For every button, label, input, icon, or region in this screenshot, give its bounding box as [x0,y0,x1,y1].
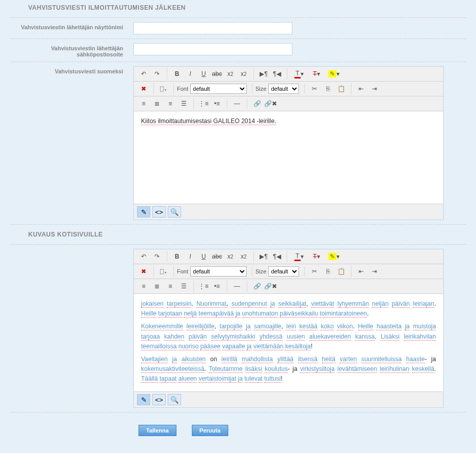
align-justify-button[interactable]: ☰ [177,281,190,292]
ordered-list-button[interactable]: ⋮≡ [197,98,210,109]
unordered-list-button[interactable]: •≡ [211,98,223,109]
italic-button[interactable]: I [184,251,196,262]
font-select[interactable]: default [190,84,247,94]
unlink-button[interactable]: 🔗✖ [264,98,276,109]
redo-button[interactable]: ↷ [151,68,163,80]
underline-button[interactable]: U [197,251,210,262]
sender-email-input[interactable] [133,43,292,55]
form-button-row: Tallenna Peruuta [10,415,466,446]
paste-button[interactable]: 📋 [335,266,347,277]
outdent-button[interactable]: ⇤ [355,83,367,94]
ordered-list-button[interactable]: ⋮≡ [197,281,210,292]
italic-button[interactable]: I [184,68,196,80]
cut-button[interactable]: ✂ [308,266,321,277]
paste-button[interactable]: 📋 [335,83,347,94]
strikethrough-button[interactable]: abc [211,251,223,262]
align-center-button[interactable]: ≣ [151,281,163,292]
editor-toolbar-row1: ↶ ↷ B I U abc x2 x2 ▶¶ ¶◀ [134,67,443,82]
undo-button[interactable]: ↶ [137,251,150,262]
desc-para-3: Vaeltajien ja aikuisten on leirillä mahd… [141,354,436,384]
rich-text-editor-confirm: ↶ ↷ B I U abc x2 x2 ▶¶ ¶◀ [133,66,444,220]
divider [10,244,466,245]
undo-button[interactable]: ↶ [137,68,150,80]
bold-button[interactable]: B [171,68,183,80]
font-select[interactable]: default [190,266,247,277]
desc-para-1: jokaisen tarpeisiin. Nuorimmat, sudenpen… [141,299,436,319]
html-mode-button[interactable]: <> [152,394,166,405]
preview-mode-button[interactable]: 🔍 [168,394,181,405]
html-mode-button[interactable]: <> [152,206,166,218]
link-button[interactable]: 🔗 [251,281,263,292]
editor2-toolbar-row1: ↶ ↷ B I U abc x2 x2 ▶¶ ¶◀ [134,249,443,264]
subscript-button[interactable]: x2 [224,68,236,80]
editor2-toolbar-row3: ≡ ≣ ≡ ☰ ⋮≡ •≡ — 🔗 🔗✖ [134,279,443,294]
indent-button[interactable]: ⇥ [368,266,381,277]
align-center-button[interactable]: ≣ [151,98,163,109]
size-select[interactable]: default [268,266,299,277]
link-button[interactable]: 🔗 [251,98,263,109]
sender-name-input[interactable] [133,22,292,34]
hr-button[interactable]: — [231,281,243,292]
cut-button[interactable]: ✂ [308,83,321,94]
copy-button[interactable]: ⎘ [322,83,334,94]
underline-button[interactable]: U [197,68,210,80]
divider [10,224,466,225]
design-mode-button[interactable]: ✎ [137,394,150,405]
align-justify-button[interactable]: ☰ [177,98,190,109]
confirm-section-header: VAHVISTUSVIESTI ILMOITTAUTUMISEN JÄLKEEN [10,0,466,15]
superscript-button[interactable]: x2 [237,251,250,262]
editor-content-area[interactable]: Kiitos ilmoittautumisestasi GALILEO 2014… [134,111,443,204]
editor-toolbar-row2: ✖ ⎕▾ Font default Size default ✂ [134,82,443,96]
format-block-button[interactable]: ⎕▾ [157,83,170,94]
size-label: Size [255,268,266,274]
save-button[interactable]: Tallenna [138,425,176,436]
redo-button[interactable]: ↷ [151,251,163,262]
outdent-button[interactable]: ⇤ [355,266,367,277]
text-color-button[interactable]: T▾ [291,68,307,80]
subscript-button[interactable]: x2 [224,251,236,262]
align-left-button[interactable]: ≡ [137,281,150,292]
highlight-button[interactable]: ✎▾ [326,251,342,262]
ltr-button[interactable]: ▶¶ [257,68,270,80]
text-color-button[interactable]: T▾ [291,251,307,262]
format-block-button[interactable]: ⎕▾ [157,266,170,277]
cancel-button[interactable]: Peruuta [192,425,228,436]
align-left-button[interactable]: ≡ [137,98,150,109]
divider [10,38,466,39]
ltr-button[interactable]: ▶¶ [257,251,270,262]
bold-button[interactable]: B [171,251,183,262]
desc-label [10,249,133,251]
rtl-button[interactable]: ¶◀ [271,251,283,262]
editor-footer: ✎ <> 🔍 [134,204,443,220]
remove-color-button[interactable]: T▾ [308,251,325,262]
desc-para-2: Kokeneemmille leireilijöille, tarpojille… [141,322,436,351]
size-select[interactable]: default [268,84,299,94]
design-mode-button[interactable]: ✎ [137,206,150,218]
align-right-button[interactable]: ≡ [164,98,176,109]
align-right-button[interactable]: ≡ [164,281,176,292]
remove-color-button[interactable]: T▾ [308,68,325,80]
editor2-toolbar-row2: ✖ ⎕▾ Font default Size default ✂ [134,264,443,279]
divider [10,412,466,412]
highlight-button[interactable]: ✎▾ [326,68,342,80]
strikethrough-button[interactable]: abc [211,68,223,80]
confirm-fi-label: Vahvistusviesti suomeksi [10,66,133,74]
editor-toolbar-row3: ≡ ≣ ≡ ☰ ⋮≡ •≡ — 🔗 🔗✖ [134,96,443,111]
clear-format-button[interactable]: ✖ [137,83,150,94]
sender-email-label: Vahvistusviestin lähettäjän sähköpostios… [10,43,133,57]
rtl-button[interactable]: ¶◀ [271,68,283,80]
copy-button[interactable]: ⎘ [322,266,334,277]
divider [10,62,466,62]
desc-section-header: KUVAUS KOTISIVUILLE [10,227,466,242]
superscript-button[interactable]: x2 [237,68,250,80]
hr-button[interactable]: — [231,98,243,109]
font-label: Font [177,86,188,92]
indent-button[interactable]: ⇥ [368,83,381,94]
unlink-button[interactable]: 🔗✖ [264,281,276,292]
unordered-list-button[interactable]: •≡ [211,281,223,292]
clear-format-button[interactable]: ✖ [137,266,150,277]
divider [10,17,466,18]
editor2-content-area[interactable]: jokaisen tarpeisiin. Nuorimmat, sudenpen… [134,294,443,391]
rich-text-editor-desc: ↶ ↷ B I U abc x2 x2 ▶¶ ¶◀ [133,249,444,408]
preview-mode-button[interactable]: 🔍 [168,206,181,218]
